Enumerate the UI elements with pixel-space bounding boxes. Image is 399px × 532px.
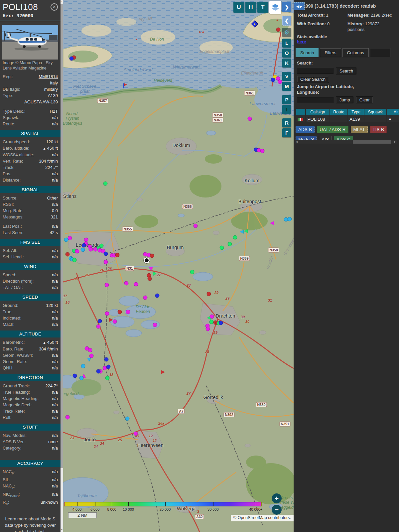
column-header-Route[interactable]: Route	[330, 109, 348, 115]
aircraft-marker[interactable]	[64, 238, 68, 242]
column-header-Callsign[interactable]: Callsign	[306, 109, 329, 115]
aircraft-heading-marker[interactable]: ▶	[161, 369, 165, 374]
aircraft-marker[interactable]	[79, 376, 84, 380]
aircraft-heading-marker[interactable]: ▶	[270, 221, 274, 226]
aircraft-marker[interactable]	[148, 277, 152, 281]
map[interactable]: FryslânDe HonEngelsmanplaatAmelanderwadW…	[63, 0, 294, 532]
aircraft-marker[interactable]	[260, 149, 265, 153]
aircraft-marker[interactable]	[276, 28, 281, 32]
aircraft-marker[interactable]	[143, 296, 148, 300]
aircraft-marker[interactable]	[190, 270, 195, 274]
aircraft-marker[interactable]	[126, 310, 130, 314]
aircraft-marker[interactable]	[105, 312, 109, 316]
aircraft-marker[interactable]	[84, 238, 88, 242]
map-button-O[interactable]: O	[282, 49, 291, 58]
search-input[interactable]	[297, 68, 333, 74]
scroll-right-icon[interactable]: ▶	[394, 140, 396, 143]
selected-position-marker[interactable]	[145, 258, 149, 262]
source-badge-tisb[interactable]: TIS-B	[370, 126, 387, 133]
aircraft-marker[interactable]	[103, 182, 108, 186]
table-row[interactable]: POLI108A139▲450	[296, 116, 399, 122]
aircraft-marker[interactable]	[106, 365, 111, 369]
search-button[interactable]: Search	[336, 67, 356, 74]
zoom-out-button[interactable]: −	[272, 505, 282, 515]
table-horizontal-scrollbar[interactable]: ◀ ▶	[295, 140, 397, 144]
aircraft-marker[interactable]	[89, 247, 93, 252]
map-button-K[interactable]: K	[282, 59, 291, 67]
aircraft-marker[interactable]	[88, 348, 92, 352]
map-button-L[interactable]: L	[282, 39, 291, 48]
aircraft-marker[interactable]	[81, 248, 85, 252]
aircraft-marker[interactable]	[194, 224, 198, 228]
aircraft-marker[interactable]	[233, 235, 237, 240]
aircraft-marker[interactable]	[93, 247, 98, 252]
zoom-in-button[interactable]: +	[272, 493, 282, 503]
jump-button[interactable]: Jump	[336, 96, 353, 103]
table-scrollbar-thumb[interactable]	[353, 140, 390, 144]
layers-button[interactable]	[269, 1, 281, 14]
aircraft-marker[interactable]	[150, 254, 154, 258]
aircraft-marker[interactable]	[118, 310, 122, 314]
aircraft-marker[interactable]	[228, 242, 232, 246]
aircraft-marker[interactable]	[153, 323, 157, 327]
stats-here-link[interactable]: here	[297, 39, 306, 44]
aircraft-marker[interactable]	[288, 217, 292, 221]
detail-value[interactable]: MM81814	[39, 74, 58, 79]
map-button-I[interactable]: I	[282, 105, 291, 114]
callsign-cell[interactable]: POLI108	[306, 116, 329, 122]
aircraft-marker[interactable]	[73, 374, 77, 378]
column-header-Alt. (ft)[interactable]: Alt. (ft)	[387, 109, 399, 115]
aircraft-marker[interactable]	[105, 376, 110, 380]
aircraft-marker[interactable]	[248, 117, 252, 121]
aircraft-marker[interactable]	[125, 417, 130, 421]
aircraft-marker[interactable]	[219, 321, 223, 325]
source-badge-mlat[interactable]: MLAT	[351, 126, 368, 133]
callsign-link[interactable]: POLI108	[307, 117, 325, 122]
tab-columns[interactable]: Columns	[342, 48, 369, 57]
aircraft-marker[interactable]	[96, 369, 101, 374]
source-badge-adsb[interactable]: ADS-B	[296, 126, 315, 133]
column-header-Type[interactable]: Type	[348, 109, 364, 115]
aircraft-heading-marker[interactable]: ▶	[244, 229, 248, 234]
aircraft-marker[interactable]	[82, 243, 86, 248]
aircraft-marker[interactable]	[98, 319, 102, 324]
aircraft-marker[interactable]	[105, 283, 109, 287]
aircraft-marker[interactable]	[113, 320, 117, 324]
source-badge-uat[interactable]: UAT / ADS-R	[317, 126, 348, 133]
osm-attribution[interactable]: © OpenStreetMap contributors.	[231, 515, 294, 521]
aircraft-marker[interactable]	[66, 252, 70, 257]
aircraft-marker[interactable]	[209, 320, 214, 324]
scroll-down-icon[interactable]: ▼	[61, 529, 63, 531]
column-header-flag[interactable]	[296, 109, 305, 115]
sidebar-scrollbar-thumb[interactable]	[61, 4, 63, 468]
aircraft-marker[interactable]	[206, 327, 210, 331]
aircraft-heading-marker[interactable]: ▶	[87, 358, 92, 362]
jump-input[interactable]	[297, 97, 333, 103]
aircraft-marker[interactable]	[124, 281, 129, 286]
clear-search-button[interactable]: Clear Search	[297, 76, 329, 83]
aircraft-marker[interactable]	[115, 253, 120, 257]
aircraft-marker[interactable]	[66, 415, 70, 420]
map-button-V[interactable]: V	[282, 72, 291, 81]
aircraft-marker[interactable]	[155, 294, 160, 298]
aircraft-heading-marker[interactable]: ▶	[240, 230, 244, 235]
aircraft-marker[interactable]	[134, 282, 138, 287]
map-button-M[interactable]: M	[282, 82, 291, 91]
aircraft-marker[interactable]	[72, 258, 77, 262]
aircraft-marker[interactable]	[134, 432, 138, 436]
column-header-Squawk[interactable]: Squawk	[364, 109, 386, 115]
aircraft-marker[interactable]	[104, 260, 108, 264]
aircraft-marker[interactable]	[278, 80, 282, 84]
sidebar-scrollbar[interactable]: ▲ ▼	[61, 0, 63, 532]
map-button-U[interactable]: U	[233, 2, 244, 13]
aircraft-marker[interactable]	[75, 249, 79, 254]
map-button-H[interactable]: H	[245, 2, 256, 13]
settings-button[interactable]: ⚙	[282, 28, 291, 37]
aircraft-marker[interactable]	[81, 364, 85, 368]
map-button-F[interactable]: F	[282, 128, 291, 137]
flag-marker[interactable]	[123, 83, 124, 88]
map-button-P[interactable]: P	[282, 95, 291, 104]
expand-right-button[interactable]: ❯	[282, 2, 291, 12]
aircraft-marker[interactable]	[104, 252, 108, 256]
panel-resize-handle[interactable]: ◀▶	[294, 2, 305, 10]
